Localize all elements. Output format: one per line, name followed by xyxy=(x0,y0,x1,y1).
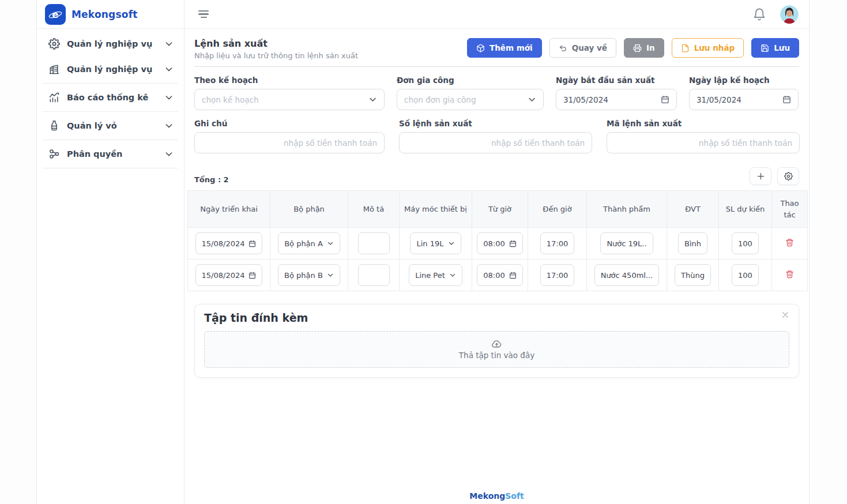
row-from-time-input[interactable]: 08:00 xyxy=(477,232,522,254)
calendar-icon xyxy=(509,240,517,247)
page-header: Lệnh sản xuất Nhập liệu và lưu trữ thông… xyxy=(194,38,799,67)
sidebar-item-quan-ly-nghiep-vu-1[interactable]: Quản lý nghiệp vụ xyxy=(37,31,184,57)
chevron-down-icon xyxy=(448,240,455,247)
row-description-input[interactable] xyxy=(358,232,390,254)
return-arrow-icon xyxy=(559,44,567,52)
row-date-input[interactable]: 15/08/2024 xyxy=(195,264,263,286)
row-qty-input[interactable]: 100 xyxy=(732,232,759,254)
row-qty-input[interactable]: 100 xyxy=(732,264,759,286)
trash-icon xyxy=(785,238,794,247)
chevron-down-icon xyxy=(164,93,174,102)
chevron-down-icon xyxy=(164,65,174,74)
field-label: Theo kế hoạch xyxy=(194,76,385,85)
divider xyxy=(43,140,178,140)
gear-icon xyxy=(784,172,793,180)
row-description-input[interactable] xyxy=(358,264,390,286)
filter-form-row-2: Ghi chú Số lệnh sản xuất Mã lệnh sản xuấ… xyxy=(194,119,799,153)
dropzone-text: Thả tập tin vào đây xyxy=(459,351,534,360)
share-nodes-icon xyxy=(48,148,60,160)
plan-select[interactable]: chọn kế hoạch xyxy=(194,89,385,110)
print-button[interactable]: In xyxy=(624,38,664,58)
col-header: Mô tả xyxy=(348,191,400,228)
chevron-down-icon xyxy=(449,272,456,279)
save-button[interactable]: Lưu xyxy=(751,38,799,58)
chevron-down-icon xyxy=(368,95,377,104)
divider xyxy=(43,83,178,84)
row-to-time-input[interactable]: 17:00 xyxy=(540,264,574,286)
chevron-down-icon xyxy=(327,272,334,279)
footer-brand: Mekong xyxy=(469,491,505,501)
svg-text:e: e xyxy=(52,9,58,20)
col-header: ĐVT xyxy=(667,191,719,228)
field-label: Số lệnh sản xuất xyxy=(399,119,592,128)
hamburger-icon[interactable] xyxy=(196,8,211,21)
sidebar: e Mekongsoft Quản lý nghiệp vụ Quản lý n… xyxy=(36,0,185,504)
col-header: Thành phẩm xyxy=(587,191,667,228)
start-date-input[interactable]: 31/05/2024 xyxy=(556,89,677,110)
file-dropzone[interactable]: Thả tập tin vào đây xyxy=(204,331,789,368)
col-header: Đến giờ xyxy=(528,191,587,228)
table-row: 15/08/2024 Bộ phận A Lin 19L 08:00 17:00… xyxy=(188,228,808,259)
row-product-input[interactable]: Nước 19L.. xyxy=(600,232,653,254)
col-header: Thao tác xyxy=(772,191,808,228)
col-header: Ngày triển khai xyxy=(188,191,270,228)
sidebar-logo[interactable]: e Mekongsoft xyxy=(37,0,184,29)
back-button[interactable]: Quay về xyxy=(549,38,616,58)
row-machine-select[interactable]: Lin 19L xyxy=(410,232,461,254)
main-panel: Lệnh sản xuất Nhập liệu và lưu trữ thông… xyxy=(185,0,810,504)
order-number-input[interactable] xyxy=(399,132,592,153)
bell-icon[interactable] xyxy=(752,7,766,21)
save-draft-button[interactable]: Lưu nháp xyxy=(672,38,744,58)
field-label: Ghi chú xyxy=(194,119,385,128)
bottle-icon xyxy=(48,120,60,131)
delete-row-button[interactable] xyxy=(783,236,796,251)
table-settings-button[interactable] xyxy=(777,167,799,185)
content: Lệnh sản xuất Nhập liệu và lưu trữ thông… xyxy=(185,29,809,378)
chevron-down-icon xyxy=(164,39,174,48)
row-unit-input[interactable]: Bình xyxy=(678,232,707,254)
note-input[interactable] xyxy=(194,132,385,153)
row-machine-select[interactable]: Line Pet xyxy=(409,264,462,286)
add-row-button[interactable] xyxy=(750,167,771,185)
filter-form-row-1: Theo kế hoạch chọn kế hoạch Đơn gia công… xyxy=(194,76,799,110)
plan-date-input[interactable]: 31/05/2024 xyxy=(689,89,799,110)
table-toolbar: Tổng : 2 xyxy=(194,167,799,185)
footer-brand-suffix: Soft xyxy=(505,491,524,501)
close-attachments-button[interactable] xyxy=(780,310,790,321)
row-product-input[interactable]: Nước 450ml... xyxy=(594,264,660,286)
table-header-row: Ngày triển khai Bộ phận Mô tả Máy móc th… xyxy=(188,191,808,228)
processing-order-select[interactable]: chọn đơn gia công xyxy=(397,89,544,110)
delete-row-button[interactable] xyxy=(783,268,796,283)
calendar-icon xyxy=(249,272,256,279)
row-unit-input[interactable]: Thùng xyxy=(675,264,711,286)
page-title: Lệnh sản xuất xyxy=(194,38,358,49)
row-to-time-input[interactable]: 17:00 xyxy=(540,232,574,254)
upload-cloud-icon xyxy=(492,339,502,349)
building-icon xyxy=(48,63,60,75)
printer-icon xyxy=(633,44,642,52)
order-code-input[interactable] xyxy=(607,132,800,153)
field-label: Đơn gia công xyxy=(397,76,544,85)
sidebar-item-label: Quản lý vỏ xyxy=(67,121,157,130)
row-department-select[interactable]: Bộ phận B xyxy=(278,264,340,286)
sidebar-item-quan-ly-vo[interactable]: Quản lý vỏ xyxy=(37,113,184,138)
sidebar-item-quan-ly-nghiep-vu-2[interactable]: Quản lý nghiệp vụ xyxy=(37,57,184,82)
chevron-down-icon xyxy=(327,240,334,247)
sidebar-item-bao-cao-thong-ke[interactable]: Báo cáo thống kê xyxy=(37,85,184,110)
add-new-button[interactable]: Thêm mới xyxy=(467,38,542,58)
gear-icon xyxy=(48,38,60,50)
brand-name: Mekongsoft xyxy=(71,9,138,20)
avatar[interactable] xyxy=(780,5,799,24)
calendar-icon xyxy=(661,95,669,104)
footer: MekongSoft xyxy=(185,491,809,501)
sidebar-item-label: Báo cáo thống kê xyxy=(67,93,157,102)
row-department-select[interactable]: Bộ phận A xyxy=(278,232,340,254)
col-header: Máy móc thiết bị xyxy=(400,191,472,228)
row-from-time-input[interactable]: 08:00 xyxy=(477,264,522,286)
row-date-input[interactable]: 15/08/2024 xyxy=(195,232,263,254)
close-icon xyxy=(781,311,789,319)
sidebar-item-phan-quyen[interactable]: Phân quyền xyxy=(37,141,184,167)
chevron-down-icon xyxy=(528,95,536,104)
trash-icon xyxy=(785,270,794,279)
logo-planet-icon: e xyxy=(45,4,66,25)
